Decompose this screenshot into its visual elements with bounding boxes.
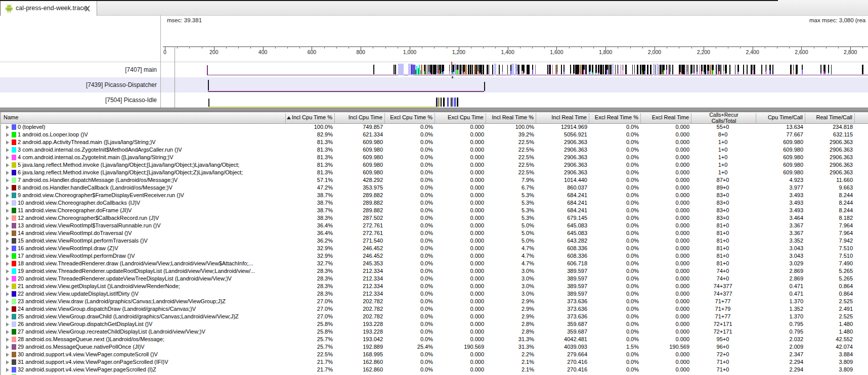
table-row[interactable]: 29 android.os.MessageQueue.nativePollOnc…: [1, 343, 868, 351]
method-name: 7 android.os.Handler.dispatchMessage (La…: [18, 177, 285, 183]
table-row[interactable]: 26 android.view.ViewGroup.dispatchGetDis…: [1, 320, 868, 328]
cell-excl-real-time-: 0.0%: [589, 200, 639, 206]
expand-icon[interactable]: [6, 277, 9, 281]
table-row[interactable]: 16 android.view.ViewRootImpl.draw (Z)V32…: [1, 245, 868, 252]
trace-bar: [743, 65, 744, 74]
column-header-excl-real-time[interactable]: Excl Real Time: [641, 112, 691, 123]
column-header-incl-cpu-time-[interactable]: Incl Cpu Time %: [286, 112, 334, 123]
cell-incl-real-time-: 5.0%: [486, 222, 534, 228]
expand-icon[interactable]: [6, 269, 9, 273]
table-row[interactable]: 11 android.view.Choreographer.doFrame (J…: [1, 207, 868, 214]
table-row[interactable]: 23 android.view.View.draw (Landroid/grap…: [1, 298, 868, 305]
cell-incl-cpu-time: 202.782: [335, 298, 383, 304]
table-row[interactable]: 28 android.os.MessageQueue.next ()Landro…: [1, 336, 868, 343]
table-row[interactable]: 1 android.os.Looper.loop ()V82.9%621.334…: [1, 131, 868, 138]
table-row[interactable]: 31 android.support.v4.view.ViewPager.onP…: [1, 358, 868, 366]
timeline-panel[interactable]: [7407] main[7439] Picasso-Dispatcher[750…: [0, 16, 868, 108]
expand-icon[interactable]: [6, 353, 9, 357]
table-row[interactable]: 5 java.lang.reflect.Method.invoke (Ljava…: [1, 161, 868, 169]
cell-excl-real-time: 0.000: [641, 351, 689, 357]
expand-icon[interactable]: [6, 156, 9, 160]
trace-bar: [644, 71, 645, 74]
table-row[interactable]: 17 android.view.ViewRootImpl.performDraw…: [1, 252, 868, 260]
column-header-calls-recur-calls-total[interactable]: Calls+RecurCalls/Total: [691, 112, 756, 123]
trace-file-tab[interactable]: cal-press-end-week.trace: [0, 1, 97, 16]
table-row[interactable]: 0 (toplevel)100.0%749.8570.0%0.000100.0%…: [1, 123, 868, 131]
column-header-excl-real-time-[interactable]: Excl Real Time %: [589, 112, 640, 123]
expand-icon[interactable]: [6, 178, 9, 182]
column-header-excl-cpu-time-[interactable]: Excl Cpu Time %: [385, 112, 435, 123]
expand-icon[interactable]: [6, 360, 9, 364]
expand-icon[interactable]: [6, 140, 9, 145]
table-row[interactable]: 12 android.view.Choreographer$CallbackRe…: [1, 214, 868, 222]
expand-icon[interactable]: [6, 194, 9, 198]
table-row[interactable]: 19 android.view.ThreadedRenderer.updateR…: [1, 267, 868, 275]
cell-excl-cpu-time: 0.000: [435, 222, 484, 228]
expand-icon[interactable]: [6, 231, 9, 236]
expand-icon[interactable]: [6, 330, 9, 334]
column-header-incl-real-time-[interactable]: Incl Real Time %: [486, 112, 536, 123]
expand-icon[interactable]: [6, 254, 9, 258]
expand-icon[interactable]: [6, 133, 9, 137]
column-header-excl-cpu-time[interactable]: Excl Cpu Time: [435, 112, 486, 123]
table-row[interactable]: 13 android.view.ViewRootImpl$TraversalRu…: [1, 222, 868, 229]
method-color-chip: [12, 337, 16, 342]
table-row[interactable]: 18 android.view.ThreadedRenderer.draw (L…: [1, 260, 868, 267]
table-row[interactable]: 10 android.view.Choreographer.doCallback…: [1, 199, 868, 207]
expand-icon[interactable]: [6, 345, 9, 349]
expand-icon[interactable]: [6, 171, 9, 175]
table-row[interactable]: 14 android.view.ViewRootImpl.doTraversal…: [1, 229, 868, 237]
expand-icon[interactable]: [6, 262, 9, 266]
table-row[interactable]: 22 android.view.View.updateDisplayListIf…: [1, 290, 868, 298]
table-row[interactable]: 27 android.view.ViewGroup.recreateChildD…: [1, 328, 868, 336]
trace-bar: [449, 71, 450, 74]
table-row[interactable]: 3 com.android.internal.os.ZygoteInit$Met…: [1, 146, 868, 154]
table-row[interactable]: 7 android.os.Handler.dispatchMessage (La…: [1, 176, 868, 184]
table-row[interactable]: 6 java.lang.reflect.Method.invoke (Ljava…: [1, 169, 868, 176]
trace-bar: [737, 65, 739, 72]
expand-icon[interactable]: [6, 322, 9, 326]
column-header-incl-cpu-time[interactable]: Incl Cpu Time: [335, 112, 384, 123]
column-header-cpu-time-call[interactable]: Cpu Time/Call: [756, 112, 805, 123]
expand-icon[interactable]: [6, 148, 9, 152]
expand-icon[interactable]: [6, 292, 9, 296]
trace-bar: [394, 65, 395, 74]
expand-icon[interactable]: [6, 239, 9, 243]
table-row[interactable]: 25 android.view.ViewGroup.drawChild (Lan…: [1, 313, 868, 320]
table-row[interactable]: 9 android.view.Choreographer$FrameDispla…: [1, 192, 868, 199]
expand-icon[interactable]: [6, 285, 9, 289]
cell-excl-real-time-: 0.0%: [589, 336, 639, 342]
table-row[interactable]: 32 android.support.v4.view.ViewPager.pag…: [1, 366, 868, 373]
expand-icon[interactable]: [6, 209, 9, 213]
table-row[interactable]: 2 android.app.ActivityThread.main ([Ljav…: [1, 138, 868, 146]
table-row[interactable]: 24 android.view.ViewGroup.dispatchDraw (…: [1, 305, 868, 313]
close-icon[interactable]: [84, 6, 91, 12]
table-row[interactable]: 21 android.view.View.getDisplayList ()La…: [1, 283, 868, 290]
ruler-label: 1,000: [395, 49, 425, 55]
expand-icon[interactable]: [6, 163, 9, 167]
expand-icon[interactable]: [6, 338, 9, 342]
expand-icon[interactable]: [6, 368, 9, 372]
expand-icon[interactable]: [6, 300, 9, 304]
idle-start-tick: [208, 99, 209, 107]
table-row[interactable]: 15 android.view.ViewRootImpl.performTrav…: [1, 237, 868, 245]
table-row[interactable]: 30 android.support.v4.view.ViewPager.com…: [1, 351, 868, 358]
cell-excl-cpu-time-: 0.0%: [385, 131, 433, 137]
expand-icon[interactable]: [6, 247, 9, 251]
expand-icon[interactable]: [6, 315, 9, 319]
column-header-real-time-call[interactable]: Real Time/Call: [805, 112, 854, 123]
expand-icon[interactable]: [6, 307, 9, 311]
expand-icon[interactable]: [6, 216, 9, 220]
method-name: 22 android.view.View.updateDisplayListIf…: [18, 291, 285, 297]
table-row[interactable]: 8 android.os.Handler.handleCallback (Lan…: [1, 184, 868, 192]
column-header-incl-real-time[interactable]: Incl Real Time: [536, 112, 589, 123]
table-row[interactable]: 20 android.view.ThreadedRenderer.updateV…: [1, 275, 868, 283]
expand-icon[interactable]: [6, 125, 9, 129]
expand-icon[interactable]: [6, 201, 9, 205]
method-name: 4 com.android.internal.os.ZygoteInit.mai…: [18, 154, 285, 160]
cell-incl-cpu-time-: 21.7%: [286, 359, 333, 365]
expand-icon[interactable]: [6, 224, 9, 228]
column-header-name[interactable]: Name: [1, 112, 285, 123]
table-row[interactable]: 4 com.android.internal.os.ZygoteInit.mai…: [1, 154, 868, 161]
expand-icon[interactable]: [6, 186, 9, 190]
